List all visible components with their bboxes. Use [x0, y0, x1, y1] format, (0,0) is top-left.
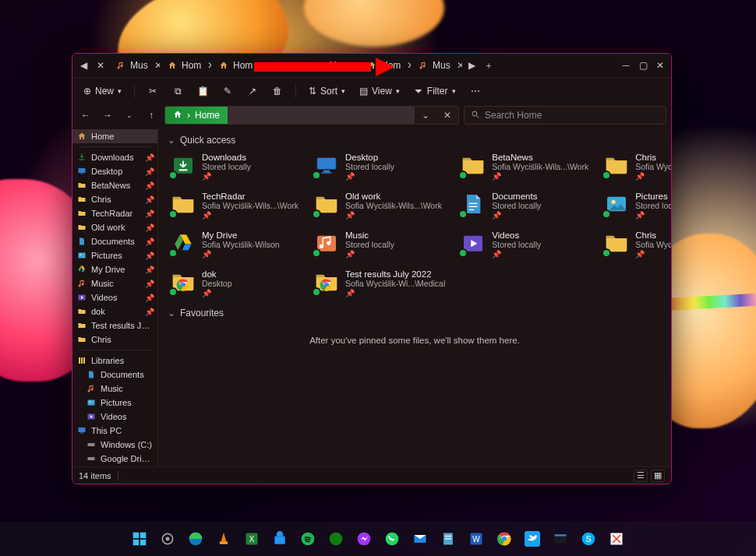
quick-access-tile[interactable]: Test results July 2022Sofia Wyciślik-Wi.… — [311, 267, 448, 300]
nav-item-home[interactable]: Home — [72, 129, 157, 143]
quick-access-tile[interactable]: dokDesktop📌 — [168, 267, 302, 300]
quick-access-tile[interactable]: TechRadarSofia Wyciślik-Wils...\Work📌 — [168, 189, 302, 222]
close-tab-button[interactable]: ✕ — [207, 60, 211, 71]
details-view-button[interactable]: ☰ — [634, 470, 648, 482]
tab[interactable]: ✕ — [264, 56, 308, 75]
nav-item-pictures[interactable]: Pictures — [72, 396, 157, 410]
content-pane[interactable]: ⌄Quick access DownloadsStored locally📌De… — [158, 127, 671, 466]
taskbar-start-icon[interactable] — [129, 528, 150, 550]
taskbar[interactable]: XWS — [0, 522, 756, 556]
breadcrumb-segment[interactable]: Home — [195, 110, 220, 121]
taskbar-chrome-icon[interactable] — [493, 528, 515, 550]
tab[interactable]: Mus✕ — [412, 56, 462, 75]
view-button[interactable]: ▤View▾ — [355, 82, 404, 100]
paste-button[interactable]: 📋 — [193, 82, 213, 100]
recent-locations-button[interactable]: ⌄ — [121, 107, 138, 124]
nav-item-this-pc[interactable]: This PC — [72, 424, 157, 438]
tiles-view-button[interactable]: ▦ — [651, 470, 665, 482]
close-tab-button[interactable]: ✕ — [291, 60, 302, 71]
close-tab-button[interactable]: ✕ — [407, 60, 411, 71]
address-bar[interactable]: › Home ⌄ ✕ — [164, 106, 459, 125]
nav-item-my-drive[interactable]: My Drive📌 — [72, 262, 157, 276]
tab[interactable]: Hom✕ — [309, 56, 359, 75]
quick-access-header[interactable]: ⌄Quick access — [168, 135, 662, 146]
minimize-button[interactable]: ─ — [618, 58, 634, 73]
quick-access-tile[interactable]: DesktopStored locally📌 — [311, 150, 448, 183]
nav-item-google-drive-g-[interactable]: Google Drive (G:) — [72, 452, 157, 466]
favourites-header[interactable]: ⌄Favourites — [168, 308, 662, 318]
close-tab-button[interactable]: ✕ — [259, 60, 263, 71]
tab-scroll-right-button[interactable]: ▶ — [464, 58, 479, 73]
nav-item-betanews[interactable]: BetaNews📌 — [72, 178, 157, 192]
taskbar-winver-icon[interactable] — [549, 528, 571, 550]
more-button[interactable]: ⋯ — [465, 82, 486, 100]
taskbar-twitter-icon[interactable] — [521, 528, 543, 550]
close-tab-button[interactable]: ✕ — [154, 60, 160, 71]
address-history-button[interactable]: ⌄ — [415, 107, 436, 124]
nav-item-network[interactable]: Network — [72, 466, 157, 466]
quick-access-tile[interactable]: My DriveSofia Wyciślik-Wilson📌 — [168, 228, 302, 261]
maximize-button[interactable]: ▢ — [635, 58, 651, 73]
cut-button[interactable]: ✂ — [143, 82, 163, 100]
nav-item-old-work[interactable]: Old work📌 — [72, 220, 157, 234]
filter-button[interactable]: ⏷Filter▾ — [409, 82, 461, 100]
tab[interactable]: Hom✕ — [161, 56, 211, 75]
tab-scroll-left-button[interactable]: ◀ — [76, 58, 91, 73]
taskbar-excel-icon[interactable]: X — [241, 528, 263, 550]
taskbar-vlc-icon[interactable] — [213, 528, 235, 550]
copy-button[interactable]: ⧉ — [168, 82, 188, 100]
nav-item-videos[interactable]: Videos📌 — [72, 290, 157, 304]
quick-access-tile[interactable]: DownloadsStored locally📌 — [168, 150, 302, 183]
taskbar-notepad-icon[interactable] — [437, 528, 459, 550]
taskbar-word-icon[interactable]: W — [465, 528, 487, 550]
nav-item-chris[interactable]: Chris — [72, 333, 157, 347]
nav-item-documents[interactable]: Documents📌 — [72, 234, 157, 248]
quick-access-tile[interactable]: MusicStored locally📌 — [311, 228, 448, 261]
close-window-button[interactable]: ✕ — [652, 58, 668, 73]
taskbar-spotify-icon[interactable] — [297, 528, 319, 550]
quick-access-tile[interactable]: PicturesStored locally📌 — [601, 189, 671, 222]
sort-button[interactable]: ⇅Sort▾ — [304, 82, 350, 100]
quick-access-tile[interactable]: ChrisSofia Wyciślik-Wils...\Work📌 — [601, 150, 671, 183]
taskbar-settings-icon[interactable] — [157, 528, 178, 550]
tab-close-left-button[interactable]: ✕ — [93, 58, 108, 73]
back-button[interactable]: ← — [77, 107, 94, 124]
nav-item-music[interactable]: Music — [72, 382, 157, 396]
quick-access-tile[interactable]: DocumentsStored locally📌 — [457, 189, 592, 222]
tab[interactable]: Mus✕ — [110, 56, 160, 75]
quick-access-tile[interactable]: Old workSofia Wyciślik-Wils...\Work📌 — [311, 189, 448, 222]
delete-button[interactable]: 🗑 — [267, 82, 288, 100]
taskbar-edge-icon[interactable] — [185, 528, 207, 550]
nav-item-test-results-july-2022[interactable]: Test results July 2022 — [72, 318, 157, 333]
quick-access-tile[interactable]: BetaNewsSofia Wyciślik-Wils...\Work📌 — [457, 150, 592, 183]
tab[interactable]: Hom✕ — [213, 56, 263, 75]
nav-item-desktop[interactable]: Desktop📌 — [72, 164, 157, 178]
nav-item-chris[interactable]: Chris📌 — [72, 192, 157, 206]
nav-item-techradar[interactable]: TechRadar📌 — [72, 206, 157, 220]
taskbar-mail-icon[interactable] — [409, 528, 431, 550]
address-clear-button[interactable]: ✕ — [436, 107, 458, 124]
nav-item-dok[interactable]: dok📌 — [72, 304, 157, 318]
taskbar-store-icon[interactable] — [269, 528, 291, 550]
forward-button[interactable]: → — [99, 107, 116, 124]
nav-item-libraries[interactable]: Libraries — [72, 354, 157, 368]
search-box[interactable] — [464, 106, 666, 125]
taskbar-messenger-icon[interactable] — [353, 528, 375, 550]
nav-item-music[interactable]: Music📌 — [72, 276, 157, 290]
new-button[interactable]: ⊕New▾ — [79, 82, 126, 100]
taskbar-snip-icon[interactable] — [606, 528, 627, 550]
new-tab-button[interactable]: ＋ — [481, 58, 496, 73]
navigation-pane[interactable]: HomeDownloads📌Desktop📌BetaNews📌Chris📌Tec… — [72, 127, 158, 466]
nav-item-documents[interactable]: Documents — [72, 368, 157, 382]
nav-item-videos[interactable]: Videos — [72, 410, 157, 424]
nav-item-windows-c-[interactable]: Windows (C:) — [72, 438, 157, 452]
rename-button[interactable]: ✎ — [217, 82, 238, 100]
taskbar-xbox-icon[interactable] — [325, 528, 347, 550]
quick-access-tile[interactable]: ChrisSofia Wyciślik-...\Old work📌 — [601, 228, 671, 261]
taskbar-skype-icon[interactable]: S — [578, 528, 599, 550]
tab[interactable]: Hom✕ — [361, 56, 411, 75]
search-input[interactable] — [485, 110, 659, 121]
nav-item-pictures[interactable]: Pictures📌 — [72, 248, 157, 262]
share-button[interactable]: ↗ — [242, 82, 263, 100]
nav-item-downloads[interactable]: Downloads📌 — [72, 150, 157, 164]
